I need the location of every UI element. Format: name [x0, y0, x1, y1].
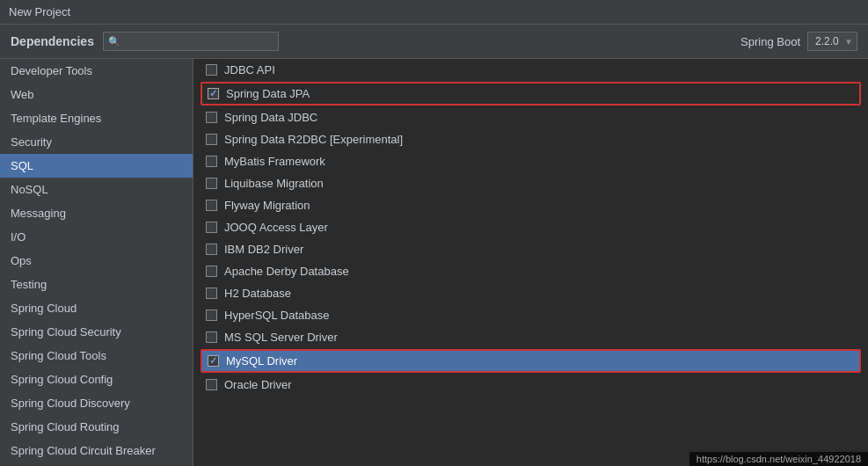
dependency-item-jooq-access-layer[interactable]: JOOQ Access Layer — [193, 216, 868, 238]
dependency-item-mybatis-framework[interactable]: MyBatis Framework — [193, 150, 868, 172]
header-right: Spring Boot 2.2.0 2.1.0 2.3.0 ▼ — [740, 32, 857, 51]
dependency-item-jdbc-api[interactable]: JDBC API — [193, 59, 868, 81]
dependency-label-ibm-db2-driver: IBM DB2 Driver — [224, 243, 303, 256]
sidebar-item-spring-cloud-circuit-breaker[interactable]: Spring Cloud Circuit Breaker — [0, 439, 193, 462]
dependency-label-spring-data-r2dbc: Spring Data R2DBC [Experimental] — [224, 133, 403, 146]
sidebar-item-messaging[interactable]: Messaging — [0, 201, 193, 225]
title-text: New Project — [9, 5, 70, 18]
dependency-label-mybatis-framework: MyBatis Framework — [224, 155, 325, 168]
dependency-label-jdbc-api: JDBC API — [224, 63, 275, 76]
dependency-label-jooq-access-layer: JOOQ Access Layer — [224, 221, 328, 234]
dependency-highlighted-box-mysql-driver: MySQL Driver — [201, 349, 861, 373]
checkbox-mysql-driver[interactable] — [208, 355, 219, 367]
sidebar-item-spring-cloud-config[interactable]: Spring Cloud Config — [0, 368, 193, 391]
dependency-label-liquibase-migration: Liquibase Migration — [224, 177, 324, 190]
sidebar-item-security[interactable]: Security — [0, 130, 193, 154]
sidebar-item-spring-cloud-tools[interactable]: Spring Cloud Tools — [0, 344, 193, 368]
dependency-item-h2-database[interactable]: H2 Database — [193, 282, 868, 304]
checkbox-jdbc-api[interactable] — [206, 64, 217, 76]
header-left: Dependencies 🔍 — [11, 32, 279, 51]
sidebar-item-spring-cloud-routing[interactable]: Spring Cloud Routing — [0, 415, 193, 439]
sidebar-item-spring-cloud-security[interactable]: Spring Cloud Security — [0, 320, 193, 344]
search-icon: 🔍 — [108, 36, 120, 47]
dependency-label-ms-sql-server-driver: MS SQL Server Driver — [224, 331, 338, 344]
dependency-label-spring-data-jpa: Spring Data JPA — [226, 87, 310, 100]
main-container: Dependencies 🔍 Spring Boot 2.2.0 2.1.0 2… — [0, 25, 868, 466]
title-bar: New Project — [0, 0, 868, 25]
dependency-label-apache-derby-database: Apache Derby Database — [224, 265, 349, 278]
dependency-item-ms-sql-server-driver[interactable]: MS SQL Server Driver — [193, 326, 868, 348]
checkbox-apache-derby-database[interactable] — [206, 266, 217, 277]
sidebar-item-developer-tools[interactable]: Developer Tools — [0, 59, 193, 83]
dependency-item-spring-data-jdbc[interactable]: Spring Data JDBC — [193, 106, 868, 128]
dependency-label-spring-data-jdbc: Spring Data JDBC — [224, 111, 317, 124]
search-wrapper: 🔍 — [103, 32, 279, 51]
checkbox-liquibase-migration[interactable] — [206, 178, 217, 189]
checkbox-spring-data-r2dbc[interactable] — [206, 134, 217, 145]
sidebar-item-spring-cloud[interactable]: Spring Cloud — [0, 296, 193, 320]
dependency-item-spring-data-r2dbc[interactable]: Spring Data R2DBC [Experimental] — [193, 128, 868, 150]
checkbox-jooq-access-layer[interactable] — [206, 222, 217, 233]
content-area: Developer ToolsWebTemplate EnginesSecuri… — [0, 59, 868, 466]
checkbox-spring-data-jpa[interactable] — [208, 88, 219, 99]
dependency-label-h2-database: H2 Database — [224, 287, 291, 300]
checkbox-mybatis-framework[interactable] — [206, 156, 217, 167]
sidebar-item-io[interactable]: I/O — [0, 225, 193, 249]
sidebar-item-testing[interactable]: Testing — [0, 273, 193, 296]
dependency-item-spring-data-jpa[interactable]: Spring Data JPA — [202, 84, 859, 104]
sidebar-item-template-engines[interactable]: Template Engines — [0, 106, 193, 130]
dependency-label-hypersql-database: HyperSQL Database — [224, 309, 329, 322]
dependency-item-oracle-driver[interactable]: Oracle Driver — [193, 374, 868, 396]
checkbox-hypersql-database[interactable] — [206, 309, 217, 321]
left-panel: Developer ToolsWebTemplate EnginesSecuri… — [0, 59, 193, 466]
dependency-label-mysql-driver: MySQL Driver — [226, 354, 297, 368]
right-panel: JDBC APISpring Data JPASpring Data JDBCS… — [193, 59, 868, 466]
checkbox-ms-sql-server-driver[interactable] — [206, 331, 217, 343]
checkbox-h2-database[interactable] — [206, 288, 217, 299]
dependency-item-flyway-migration[interactable]: Flyway Migration — [193, 194, 868, 216]
spring-boot-select-wrapper: 2.2.0 2.1.0 2.3.0 ▼ — [807, 32, 857, 51]
sidebar-item-spring-cloud-discovery[interactable]: Spring Cloud Discovery — [0, 391, 193, 415]
checkbox-spring-data-jdbc[interactable] — [206, 112, 217, 123]
checkbox-flyway-migration[interactable] — [206, 200, 217, 211]
sidebar-item-nosql[interactable]: NoSQL — [0, 178, 193, 201]
search-input[interactable] — [103, 32, 279, 51]
spring-boot-version-select[interactable]: 2.2.0 2.1.0 2.3.0 — [807, 32, 857, 51]
dependencies-label: Dependencies — [11, 34, 94, 48]
footer-url: https://blog.csdn.net/weixin_44922018 — [689, 452, 868, 466]
dependency-label-flyway-migration: Flyway Migration — [224, 199, 310, 212]
sidebar-item-ops[interactable]: Ops — [0, 249, 193, 273]
checkbox-oracle-driver[interactable] — [206, 379, 217, 390]
dependency-item-apache-derby-database[interactable]: Apache Derby Database — [193, 260, 868, 282]
spring-boot-label: Spring Boot — [740, 35, 800, 48]
dependency-item-liquibase-migration[interactable]: Liquibase Migration — [193, 172, 868, 194]
dependency-label-oracle-driver: Oracle Driver — [224, 378, 292, 391]
checkbox-ibm-db2-driver[interactable] — [206, 244, 217, 255]
header: Dependencies 🔍 Spring Boot 2.2.0 2.1.0 2… — [0, 25, 868, 59]
dependency-item-ibm-db2-driver[interactable]: IBM DB2 Driver — [193, 238, 868, 260]
dependency-item-mysql-driver[interactable]: MySQL Driver — [202, 351, 859, 371]
dependency-item-hypersql-database[interactable]: HyperSQL Database — [193, 304, 868, 326]
sidebar-item-web[interactable]: Web — [0, 83, 193, 106]
dependency-highlighted-box-spring-data-jpa: Spring Data JPA — [201, 82, 861, 106]
sidebar-item-sql[interactable]: SQL — [0, 154, 193, 178]
